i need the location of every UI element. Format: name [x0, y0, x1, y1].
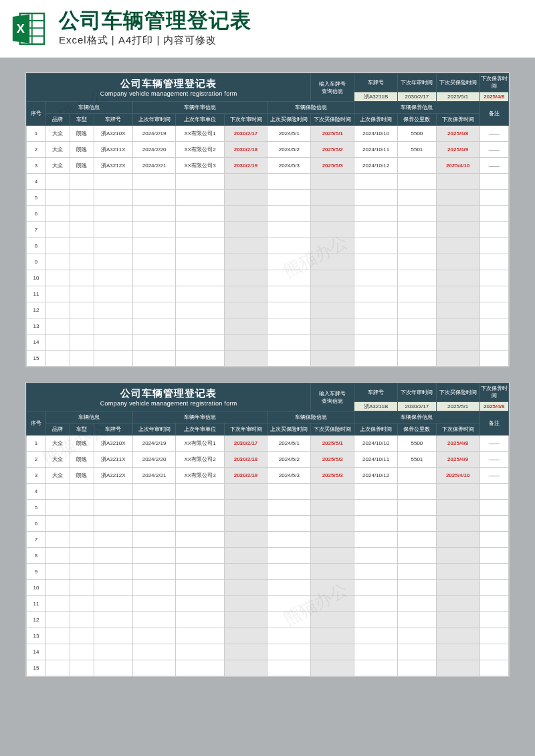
column-header: 下次年审时间 — [224, 114, 268, 126]
lookup-head: 下次保养时间 — [479, 383, 508, 402]
column-header: 上次年审时间 — [132, 114, 176, 126]
column-header: 下次买保险时间 — [311, 423, 354, 436]
lookup-value: 2030/2/17 — [398, 92, 437, 101]
sheet-title-en: Company vehicle management registration … — [28, 400, 309, 409]
sheet-title-cn: 公司车辆管理登记表 — [28, 78, 309, 90]
spreadsheet-preview-1: 公司车辆管理登记表Company vehicle management regi… — [25, 72, 510, 367]
column-header: 上次买保险时间 — [268, 114, 311, 126]
banner-subtitle: Excel格式 | A4打印 | 内容可修改 — [59, 34, 522, 47]
lookup-head: 车牌号 — [354, 383, 398, 402]
col-index: 序号 — [27, 102, 46, 126]
table-row: 6 — [27, 206, 509, 222]
table-row: 5 — [27, 190, 509, 206]
table-row: 14 — [27, 335, 509, 351]
table-row: 3大众朗逸浙A3212X2024/2/21XX有限公司32030/2/19202… — [27, 468, 509, 484]
column-header: 下次保养时间 — [436, 114, 479, 126]
column-header: 上次年审时间 — [132, 423, 176, 436]
lookup-value: 2025/4/8 — [479, 401, 508, 411]
lookup-value: 2025/5/1 — [436, 92, 479, 101]
lookup-value: 2025/5/1 — [436, 401, 479, 411]
col-remark: 备注 — [479, 102, 508, 126]
column-header: 下次年审时间 — [224, 423, 268, 436]
table-row: 9 — [27, 254, 509, 270]
lookup-head: 下次年审时间 — [398, 383, 437, 402]
col-remark: 备注 — [479, 411, 508, 436]
svg-text:X: X — [17, 22, 25, 35]
lookup-value: 浙A3211B — [354, 92, 398, 101]
lookup-head: 下次年审时间 — [398, 74, 437, 92]
group-header: 车辆保险信息 — [268, 411, 354, 423]
lookup-value: 2030/2/17 — [398, 401, 437, 411]
column-header: 保养公里数 — [398, 114, 437, 126]
lookup-prompt: 输入车牌号查询信息 — [311, 383, 354, 411]
lookup-prompt: 输入车牌号查询信息 — [311, 74, 354, 102]
table-row: 10 — [27, 580, 509, 596]
spreadsheet-preview-2: 公司车辆管理登记表Company vehicle management regi… — [25, 382, 510, 677]
column-header: 车牌号 — [94, 423, 132, 436]
col-index: 序号 — [27, 411, 46, 436]
column-header: 上次年审单位 — [176, 423, 224, 436]
column-header: 车型 — [70, 423, 94, 436]
group-header: 车辆信息 — [45, 411, 132, 423]
table-row: 15 — [27, 351, 509, 367]
excel-icon: X — [9, 9, 48, 48]
table-row: 7 — [27, 222, 509, 238]
group-header: 车辆保养信息 — [354, 102, 479, 114]
table-row: 1大众朗逸浙A3210X2024/2/19XX有限公司12030/2/17202… — [27, 126, 509, 142]
table-row: 4 — [27, 174, 509, 190]
sheet-area: 熊猫办公 熊猫办公 熊猫办公 熊猫办公 公司车辆管理登记表Company veh… — [0, 58, 535, 706]
table-row: 13 — [27, 318, 509, 335]
table-row: 6 — [27, 516, 509, 532]
group-header: 车辆保险信息 — [268, 102, 354, 114]
lookup-head: 下次保养时间 — [479, 74, 508, 92]
table-row: 5 — [27, 500, 509, 516]
column-header: 下次保养时间 — [436, 423, 479, 436]
table-row: 11 — [27, 286, 509, 302]
group-header: 车辆年审信息 — [132, 411, 268, 423]
column-header: 品牌 — [45, 114, 70, 126]
sheet-title-en: Company vehicle management registration … — [28, 90, 309, 100]
table-row: 8 — [27, 238, 509, 254]
table-row: 3大众朗逸浙A3212X2024/2/21XX有限公司32030/2/19202… — [27, 158, 509, 174]
table-row: 13 — [27, 628, 509, 644]
sheet-title-cn: 公司车辆管理登记表 — [28, 387, 309, 400]
table-row: 15 — [27, 660, 509, 676]
table-row: 7 — [27, 532, 509, 548]
lookup-value: 浙A3211B — [354, 401, 398, 411]
table-row: 2大众朗逸浙A3211X2024/2/20XX有限公司22030/2/18202… — [27, 452, 509, 468]
column-header: 下次买保险时间 — [311, 114, 354, 126]
table-row: 10 — [27, 270, 509, 286]
lookup-head: 车牌号 — [354, 74, 398, 92]
table-row: 4 — [27, 484, 509, 500]
table-row: 8 — [27, 548, 509, 564]
group-header: 车辆保养信息 — [354, 411, 479, 423]
column-header: 车牌号 — [94, 114, 132, 126]
column-header: 上次保养时间 — [354, 423, 398, 436]
lookup-head: 下次买保险时间 — [436, 74, 479, 92]
group-header: 车辆信息 — [45, 102, 132, 114]
top-banner: X 公司车辆管理登记表 Excel格式 | A4打印 | 内容可修改 — [0, 0, 535, 58]
lookup-head: 下次买保险时间 — [436, 383, 479, 402]
column-header: 品牌 — [45, 423, 70, 436]
column-header: 上次保养时间 — [354, 114, 398, 126]
table-row: 12 — [27, 612, 509, 628]
table-row: 14 — [27, 644, 509, 660]
column-header: 上次买保险时间 — [268, 423, 311, 436]
table-row: 1大众朗逸浙A3210X2024/2/19XX有限公司12030/2/17202… — [27, 436, 509, 452]
lookup-value: 2025/4/8 — [479, 92, 508, 101]
table-row: 12 — [27, 302, 509, 318]
table-row: 9 — [27, 564, 509, 580]
banner-title: 公司车辆管理登记表 — [59, 9, 522, 32]
group-header: 车辆年审信息 — [132, 102, 268, 114]
column-header: 车型 — [70, 114, 94, 126]
column-header: 保养公里数 — [398, 423, 437, 436]
column-header: 上次年审单位 — [176, 114, 224, 126]
table-row: 2大众朗逸浙A3211X2024/2/20XX有限公司22030/2/18202… — [27, 142, 509, 158]
table-row: 11 — [27, 596, 509, 612]
